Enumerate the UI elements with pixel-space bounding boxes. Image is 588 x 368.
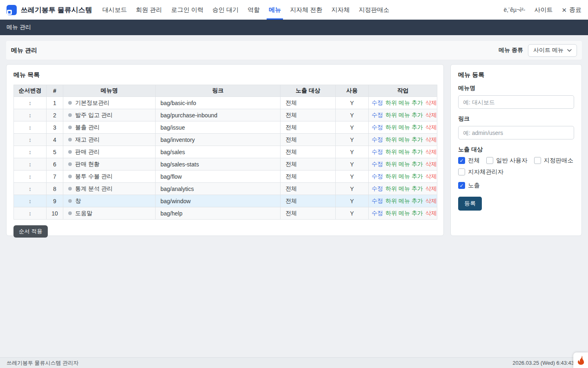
row-number: 3 bbox=[47, 121, 63, 134]
logout-label: 종료 bbox=[569, 6, 581, 14]
page-title: 메뉴 관리 bbox=[11, 47, 37, 54]
add-submenu-link[interactable]: 하위 메뉴 추가 bbox=[385, 124, 423, 130]
delete-link[interactable]: 삭제 bbox=[425, 197, 437, 204]
target-cell: 전체 bbox=[281, 97, 336, 109]
menu-type-select[interactable]: 사이트 메뉴 bbox=[528, 44, 577, 57]
use-flag-cell: Y bbox=[336, 158, 369, 171]
add-submenu-link[interactable]: 하위 메뉴 추가 bbox=[385, 112, 423, 118]
delete-link[interactable]: 삭제 bbox=[425, 173, 437, 180]
chevron-down-icon bbox=[567, 49, 572, 52]
delete-link[interactable]: 삭제 bbox=[425, 185, 437, 192]
nav-item-5[interactable]: 메뉴 bbox=[264, 0, 285, 20]
delete-link[interactable]: 삭제 bbox=[425, 148, 437, 155]
footer: 쓰레기봉투 물류시스템 관리자 2026.03.25 (Wed) 6:43:43 bbox=[0, 357, 588, 368]
nav-item-8[interactable]: 지정판매소 bbox=[354, 0, 394, 20]
row-number: 8 bbox=[47, 183, 63, 195]
nav-item-2[interactable]: 로그인 이력 bbox=[167, 0, 208, 20]
nav-item-7[interactable]: 지자체 bbox=[327, 0, 354, 20]
menu-name-input[interactable] bbox=[458, 95, 574, 109]
menu-link-cell: bag/analytics bbox=[156, 183, 281, 195]
delete-link[interactable]: 삭제 bbox=[425, 210, 437, 216]
menu-name: 도움말 bbox=[75, 210, 92, 216]
menu-name-label: 메뉴명 bbox=[458, 85, 574, 92]
row-number: 1 bbox=[47, 97, 63, 109]
menu-list-title: 메뉴 목록 bbox=[13, 71, 437, 79]
target-cell: 전체 bbox=[281, 146, 336, 158]
use-flag-cell: Y bbox=[336, 171, 369, 183]
add-submenu-link[interactable]: 하위 메뉴 추가 bbox=[385, 99, 423, 106]
reorder-updown-icon[interactable]: ↕ bbox=[29, 149, 31, 155]
bullet-dot-icon bbox=[68, 175, 72, 178]
menu-name-cell: 재고 관리 bbox=[63, 134, 156, 146]
visible-checkbox[interactable]: 노출 bbox=[458, 182, 574, 189]
target-checkbox-0[interactable]: 전체 bbox=[458, 157, 480, 164]
link-label: 링크 bbox=[458, 115, 574, 123]
reorder-updown-icon[interactable]: ↕ bbox=[29, 124, 31, 131]
apply-order-button[interactable]: 순서 적용 bbox=[13, 225, 48, 238]
delete-link[interactable]: 삭제 bbox=[425, 112, 437, 118]
add-submenu-link[interactable]: 하위 메뉴 추가 bbox=[385, 173, 423, 180]
edit-link[interactable]: 수정 bbox=[372, 210, 383, 216]
bullet-dot-icon bbox=[68, 113, 72, 117]
flame-icon bbox=[577, 356, 584, 365]
reorder-updown-icon[interactable]: ↕ bbox=[29, 173, 31, 180]
nav-item-0[interactable]: 대시보드 bbox=[98, 0, 131, 20]
target-checkbox-3[interactable]: 지자체관리자 bbox=[458, 168, 503, 176]
menu-link-cell: bag/basic-info bbox=[156, 97, 281, 109]
edit-link[interactable]: 수정 bbox=[372, 161, 383, 167]
target-cell: 전체 bbox=[281, 183, 336, 195]
target-label: 노출 대상 bbox=[458, 146, 574, 153]
target-checkbox-1[interactable]: 일반 사용자 bbox=[486, 157, 528, 164]
reorder-updown-icon[interactable]: ↕ bbox=[29, 210, 31, 217]
menu-name: 기본정보관리 bbox=[75, 99, 109, 106]
edit-link[interactable]: 수정 bbox=[372, 148, 383, 155]
register-submit-button[interactable]: 등록 bbox=[458, 197, 482, 211]
edit-link[interactable]: 수정 bbox=[372, 185, 383, 192]
delete-link[interactable]: 삭제 bbox=[425, 99, 437, 106]
target-checkboxes: 전체일반 사용자지정판매소지자체관리자 bbox=[458, 157, 574, 176]
nav-item-3[interactable]: 승인 대기 bbox=[208, 0, 243, 20]
edit-link[interactable]: 수정 bbox=[372, 136, 383, 143]
menu-table-body: ↕1기본정보관리bag/basic-info전체Y수정하위 메뉴 추가삭제↕2발… bbox=[14, 97, 437, 220]
edit-link[interactable]: 수정 bbox=[372, 197, 383, 204]
link-input[interactable] bbox=[458, 126, 574, 139]
add-submenu-link[interactable]: 하위 메뉴 추가 bbox=[385, 210, 423, 216]
reorder-updown-icon[interactable]: ↕ bbox=[29, 112, 31, 119]
add-submenu-link[interactable]: 하위 메뉴 추가 bbox=[385, 161, 423, 167]
column-header-0: 순서변경 bbox=[14, 85, 47, 97]
add-submenu-link[interactable]: 하위 메뉴 추가 bbox=[385, 185, 423, 192]
use-flag-cell: Y bbox=[336, 195, 369, 207]
top-navigation-bar: 쓰레기봉투 물류시스템 대시보드회원 관리로그인 이력승인 대기역할메뉴지자체 … bbox=[0, 0, 588, 20]
delete-link[interactable]: 삭제 bbox=[425, 161, 437, 167]
delete-link[interactable]: 삭제 bbox=[425, 124, 437, 130]
logout-button[interactable]: ✕ 종료 bbox=[561, 6, 581, 14]
reorder-updown-icon[interactable]: ↕ bbox=[29, 100, 31, 106]
delete-link[interactable]: 삭제 bbox=[425, 136, 437, 143]
target-checkbox-2[interactable]: 지정판매소 bbox=[534, 157, 574, 164]
menu-register-panel: 메뉴 등록 메뉴명 링크 노출 대상 전체일반 사용자지정판매소지자체관리자 노… bbox=[450, 64, 582, 236]
use-flag-cell: Y bbox=[336, 97, 369, 109]
menu-name-cell: 창 bbox=[63, 195, 156, 207]
edit-link[interactable]: 수정 bbox=[372, 124, 383, 130]
nav-item-1[interactable]: 회원 관리 bbox=[131, 0, 167, 20]
reorder-updown-icon[interactable]: ↕ bbox=[29, 161, 31, 168]
menu-type-label: 메뉴 종류 bbox=[499, 47, 523, 54]
reorder-updown-icon[interactable]: ↕ bbox=[29, 186, 31, 192]
reorder-updown-icon[interactable]: ↕ bbox=[29, 198, 31, 204]
site-link[interactable]: 사이트 bbox=[534, 6, 552, 14]
add-submenu-link[interactable]: 하위 메뉴 추가 bbox=[385, 148, 423, 155]
nav-item-6[interactable]: 지자체 전환 bbox=[285, 0, 327, 20]
menu-name-cell: 기본정보관리 bbox=[63, 97, 156, 109]
add-submenu-link[interactable]: 하위 메뉴 추가 bbox=[385, 136, 423, 143]
menu-link-cell: bag/inventory bbox=[156, 134, 281, 146]
nav-item-4[interactable]: 역할 bbox=[243, 0, 264, 20]
target-cell: 전체 bbox=[281, 207, 336, 220]
edit-link[interactable]: 수정 bbox=[372, 173, 383, 180]
edit-link[interactable]: 수정 bbox=[372, 112, 383, 118]
app-title: 쓰레기봉투 물류시스템 bbox=[21, 5, 92, 15]
add-submenu-link[interactable]: 하위 메뉴 추가 bbox=[385, 197, 423, 204]
bullet-dot-icon bbox=[68, 199, 72, 203]
edit-link[interactable]: 수정 bbox=[372, 99, 383, 106]
reorder-updown-icon[interactable]: ↕ bbox=[29, 137, 31, 143]
debug-toolbar-button[interactable] bbox=[573, 352, 588, 368]
